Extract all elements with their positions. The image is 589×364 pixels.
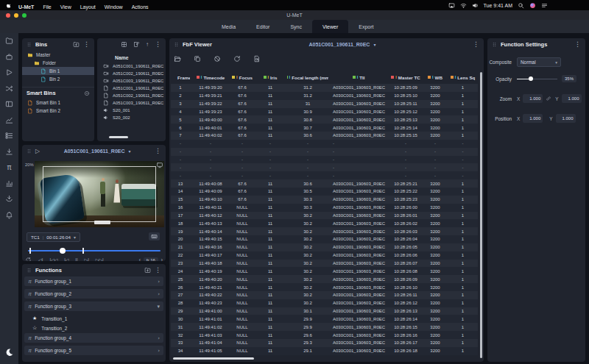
fbf-table-row[interactable]: 311:49:39:2267.61131A030C001_190603_R0EC…: [171, 100, 478, 108]
tab-sync[interactable]: Sync: [280, 20, 312, 33]
column-header-til[interactable]: ITIl: [328, 75, 389, 80]
column-header-frame[interactable]: Frame: [171, 75, 190, 80]
clip-row[interactable]: S20_001: [97, 107, 166, 114]
fbf-table-row[interactable]: ---------: [171, 171, 478, 179]
pause-button[interactable]: ||: [75, 257, 77, 262]
fbf-vscrollbar[interactable]: [480, 72, 482, 358]
bins-menu-icon[interactable]: ⋮: [83, 41, 90, 48]
fbf-table-row[interactable]: 2611:49:40:21NULL1130.2A030C001_190603_R…: [171, 283, 478, 291]
clip-row[interactable]: S20_002: [97, 114, 166, 121]
fbf-table-row[interactable]: 111:49:39:2067.61131.2A030C001_190603_R0…: [171, 84, 478, 92]
chevron-down-icon[interactable]: ▾: [157, 304, 160, 310]
viewer-clip-caret-icon[interactable]: ▾: [129, 149, 131, 154]
rail-line-chart-icon[interactable]: [0, 113, 18, 129]
clip-row[interactable]: A051C001_190611_R0EC: [97, 85, 166, 92]
rail-download-icon[interactable]: [0, 144, 18, 160]
new-function-group-icon[interactable]: [144, 267, 151, 274]
viewer-play-icon[interactable]: ▷: [35, 149, 40, 154]
position-x-input[interactable]: 1.000: [523, 114, 543, 123]
playhead-scrubber[interactable]: [28, 248, 161, 254]
rail-shuffle-icon[interactable]: [0, 81, 18, 97]
wifi-icon[interactable]: [460, 2, 467, 9]
menubar-clock[interactable]: Tue 9:41 AM: [484, 3, 512, 8]
function-item-transition_2[interactable]: ☆Transition_2: [32, 324, 163, 332]
clip-list-menu-icon[interactable]: ⋮: [155, 41, 161, 48]
function-item-transition_1[interactable]: ★Transition_1: [32, 314, 163, 323]
star-filled-icon[interactable]: ★: [32, 315, 37, 321]
opacity-value[interactable]: 35%: [562, 75, 576, 82]
menu-item-u-met[interactable]: U-MeT: [18, 4, 34, 10]
rail-briefcase-icon[interactable]: [0, 49, 18, 65]
search-file-icon[interactable]: [253, 55, 261, 63]
chevron-right-icon[interactable]: ›: [158, 335, 160, 341]
viewer-clip-title[interactable]: A051C001_190611_R0EC: [64, 149, 125, 154]
fbf-table-row[interactable]: 1411:49:40:0967.61130.5A030C001_190603_R…: [171, 188, 478, 196]
link-axes-icon[interactable]: [546, 96, 551, 101]
column-header-iris[interactable]: IIris: [253, 75, 287, 80]
chevron-right-icon[interactable]: ›: [158, 291, 160, 297]
fbf-table-row[interactable]: 2411:49:40:19NULL1130.2A030C001_190603_R…: [171, 267, 478, 275]
rail-pi-icon[interactable]: π: [0, 160, 18, 176]
smart-bin-item-smart-bin-1[interactable]: Smart Bin 1: [22, 99, 94, 107]
dark-mode-moon-icon[interactable]: [0, 348, 18, 357]
duplicate-icon[interactable]: [194, 55, 201, 63]
new-note-icon[interactable]: [133, 41, 140, 48]
fbf-table-row[interactable]: 411:49:39:2367.61130.9A030C001_190603_R0…: [171, 108, 478, 116]
function-group-2[interactable]: πFunction group_2›: [24, 289, 163, 299]
column-header-timecode[interactable]: ITimecode: [190, 75, 231, 80]
opacity-slider[interactable]: [517, 76, 557, 82]
drag-handle-icon[interactable]: [174, 41, 179, 48]
fbf-table-row[interactable]: 611:49:40:0167.61130.7A030C001_190603_R0…: [171, 124, 478, 132]
function-group-4[interactable]: πFunction group_4›: [24, 333, 163, 343]
siri-icon[interactable]: [529, 2, 536, 9]
fbf-table-row[interactable]: 2911:49:41:00NULL1130.1A030C001_190603_R…: [171, 307, 478, 315]
clip-list-hscrollbar[interactable]: [109, 136, 128, 138]
drag-handle-icon[interactable]: [492, 41, 497, 48]
fbf-table-row[interactable]: 1811:49:40:13NULL1130.2A030C001_190603_R…: [171, 219, 478, 227]
chevron-right-icon[interactable]: ›: [158, 279, 160, 285]
viewer-menu-icon[interactable]: ⋮: [155, 148, 161, 154]
menu-item-layout[interactable]: Layout: [80, 4, 96, 10]
function-group-1[interactable]: πFunction group_1›: [24, 276, 163, 286]
fbf-table-row[interactable]: 1911:49:40:14NULL1130.2A030C001_190603_R…: [171, 227, 478, 235]
spotlight-search-icon[interactable]: [518, 2, 524, 9]
in-point-marker[interactable]: [29, 248, 31, 254]
fbf-table-row[interactable]: 2711:49:40:22NULL1130.2A030C001_190603_R…: [171, 291, 478, 299]
tab-export[interactable]: Export: [348, 20, 384, 33]
bin-tree-item-master[interactable]: Master: [22, 51, 94, 59]
tab-viewer[interactable]: Viewer: [312, 20, 348, 33]
rail-checklist-icon[interactable]: [0, 128, 18, 144]
bin-tree-item-bin-2[interactable]: Bin 2: [22, 75, 94, 83]
position-y-input[interactable]: 1.000: [556, 114, 576, 123]
fbf-table-row[interactable]: ---------: [171, 148, 478, 156]
clip-row[interactable]: A051C003_190611_R0EC: [97, 77, 166, 85]
rail-bell-icon[interactable]: [0, 207, 18, 224]
timecode-display[interactable]: TC1 | 00:01:26:04 ▾: [27, 232, 80, 242]
fbf-table-row[interactable]: 211:49:39:2167.61131.2A030C001_190603_R0…: [171, 92, 478, 100]
functions-menu-icon[interactable]: ⋮: [155, 267, 161, 274]
function-settings-menu-icon[interactable]: ⋮: [574, 41, 581, 48]
fbf-hscrollbar[interactable]: [173, 357, 254, 360]
jump-end-button[interactable]: ▷▷|: [96, 257, 104, 262]
refresh-icon[interactable]: [233, 55, 241, 63]
function-group-5[interactable]: πFunction group_5›: [24, 346, 163, 355]
fbf-clip-title[interactable]: A051C001_190611_R0EC: [308, 42, 370, 47]
new-bin-icon[interactable]: [73, 41, 80, 48]
step-prev-icon[interactable]: ‹: [139, 257, 141, 261]
rail-export-icon[interactable]: [0, 191, 18, 207]
fbf-table-row[interactable]: 2311:49:40:18NULL1130.2A030C001_190603_R…: [171, 260, 478, 268]
fbf-clip-caret-icon[interactable]: ▾: [373, 42, 375, 47]
fbf-table-row[interactable]: 3011:49:41:01NULL1129.9A030C001_190603_R…: [171, 315, 478, 323]
chevron-right-icon[interactable]: ›: [158, 348, 160, 354]
upload-arrow-icon[interactable]: ↑: [146, 41, 149, 48]
fbf-table-row[interactable]: ---------: [171, 156, 478, 164]
fbf-table-row[interactable]: 2811:49:40:23NULL1130.2A030C001_190603_R…: [171, 299, 478, 307]
tab-media[interactable]: Media: [211, 20, 246, 33]
screen-mirroring-icon[interactable]: [448, 2, 455, 9]
menu-item-view[interactable]: View: [60, 4, 71, 10]
clip-row[interactable]: A051C002_190611_R0EC: [97, 70, 166, 77]
playhead-handle[interactable]: [60, 248, 66, 254]
volume-icon[interactable]: [472, 2, 479, 9]
step-next-icon[interactable]: ›: [161, 257, 163, 261]
fbf-table-row[interactable]: 1311:49:40:0867.61130.6A030C001_190603_R…: [171, 179, 478, 188]
